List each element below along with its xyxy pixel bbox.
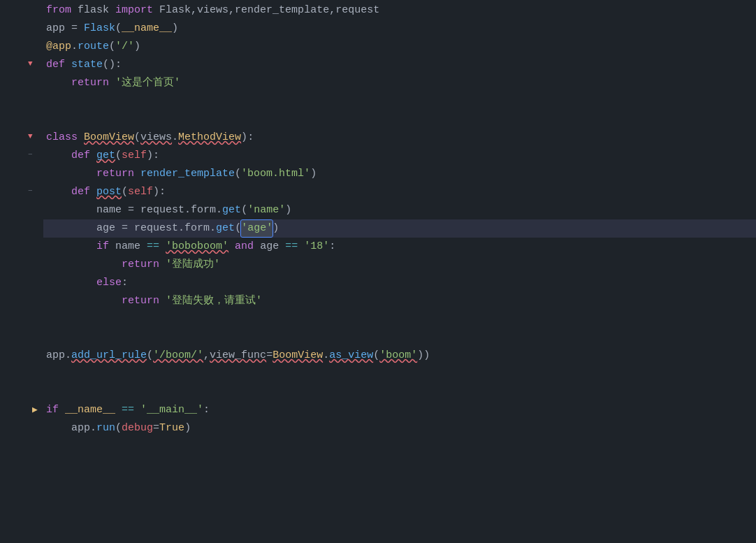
token <box>109 75 115 92</box>
token: ( <box>134 129 140 146</box>
token: import <box>115 2 153 19</box>
token: True <box>159 420 184 437</box>
token: class <box>46 129 78 146</box>
arrow-indicator: ▶ <box>32 403 38 418</box>
code-line: return '登陆成功' <box>43 256 756 274</box>
code-line <box>43 110 756 129</box>
token: , <box>329 2 335 19</box>
token: age <box>254 238 285 255</box>
token: Flask <box>84 20 115 37</box>
fold-marker[interactable]: ▼ <box>28 58 33 71</box>
code-line: if name == 'boboboom' and age == '18': <box>43 238 756 256</box>
token: . <box>90 420 96 437</box>
token: == <box>285 238 298 255</box>
token: . <box>216 202 222 219</box>
token: self <box>128 184 153 201</box>
token <box>65 57 71 73</box>
code-line <box>43 328 756 347</box>
token: : <box>153 147 159 164</box>
token: 'boom.html' <box>241 166 310 182</box>
token: )) <box>417 347 430 364</box>
token: self <box>122 147 147 164</box>
token: = <box>65 20 84 37</box>
token <box>115 402 122 419</box>
token: request <box>335 2 379 19</box>
token: app <box>46 20 65 37</box>
token: ) <box>241 129 247 146</box>
indent <box>46 75 71 92</box>
token: def <box>46 57 65 73</box>
token: get <box>96 147 115 164</box>
token: views <box>140 129 172 146</box>
token: else <box>96 275 122 291</box>
token: . <box>323 347 329 364</box>
token: @app <box>46 38 71 55</box>
fold-marker[interactable]: − <box>28 149 33 161</box>
code-line: name = request.form.get('name') <box>43 201 756 219</box>
token: request <box>140 202 184 219</box>
token: if <box>46 402 59 419</box>
token: form <box>191 202 216 219</box>
token: . <box>65 347 71 364</box>
token: ) <box>272 220 279 237</box>
token <box>59 402 65 419</box>
token: get <box>216 220 235 237</box>
token: = <box>122 202 140 219</box>
fold-marker[interactable]: ▼ <box>28 131 33 143</box>
token: def <box>71 184 90 201</box>
token: = <box>153 420 159 437</box>
token: ) <box>184 420 191 437</box>
token: ( <box>241 202 247 219</box>
code-gutter <box>0 0 22 543</box>
fold-marker[interactable]: − <box>28 185 33 198</box>
token: app <box>46 347 65 364</box>
token: debug <box>122 420 153 437</box>
code-line: from flask import Flask,views,render_tem… <box>43 1 756 20</box>
code-editor: from flask import Flask,views,render_tem… <box>0 0 756 543</box>
code-line: age = request.form.get('age') <box>43 219 756 238</box>
token <box>78 129 84 146</box>
token: '__main__' <box>140 402 203 419</box>
token: form <box>184 220 210 237</box>
token: : <box>159 184 166 201</box>
token: state <box>71 57 103 73</box>
token: '登陆失败，请重试' <box>166 293 262 310</box>
token: and <box>235 238 254 255</box>
code-line: ▶if __name__ == '__main__': <box>43 401 756 419</box>
token: ) <box>147 147 153 164</box>
code-line <box>43 92 756 110</box>
token: : <box>329 238 335 255</box>
code-line: return render_template('boom.html') <box>43 165 756 183</box>
token: , <box>228 2 235 19</box>
token: . <box>184 202 191 219</box>
token: if <box>96 238 109 255</box>
indent <box>46 202 96 219</box>
token: request <box>134 220 178 237</box>
token: ) <box>285 202 291 219</box>
token: ( <box>235 220 241 237</box>
indent <box>46 293 122 310</box>
indent <box>46 256 122 273</box>
token: views <box>197 2 228 19</box>
token <box>90 184 96 201</box>
code-content[interactable]: from flask import Flask,views,render_tem… <box>22 0 756 543</box>
token: flask <box>71 2 115 19</box>
token: == <box>147 238 159 255</box>
token: '18' <box>304 238 329 255</box>
token: age <box>96 220 115 237</box>
token: ( <box>122 184 128 201</box>
code-line: else: <box>43 274 756 292</box>
token: , <box>203 347 210 364</box>
token: '/' <box>115 38 134 55</box>
token: __name__ <box>65 402 115 419</box>
token: ( <box>109 38 115 55</box>
token: ( <box>115 20 122 37</box>
token: 'boboboom' <box>166 238 228 255</box>
code-line: @app.route('/') <box>43 38 756 56</box>
code-line: app.run(debug=True) <box>43 419 756 437</box>
token: post <box>96 184 122 201</box>
token: : <box>115 57 122 73</box>
indent <box>46 184 71 201</box>
token: from <box>46 2 71 19</box>
indent <box>46 166 96 182</box>
